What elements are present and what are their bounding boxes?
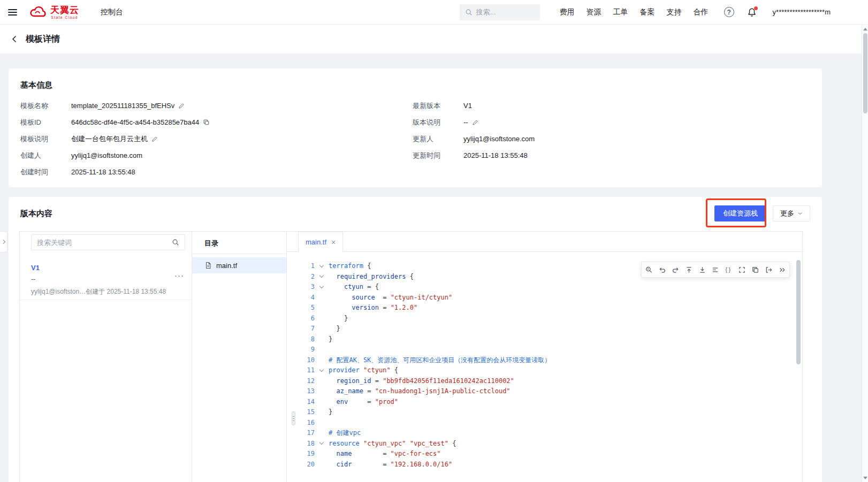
help-icon[interactable]: ? [724,7,734,17]
directory-file-list: main.tf [192,257,286,273]
brand-name: 天翼云 [50,5,79,14]
undo-icon[interactable] [657,264,668,276]
fold-icon[interactable] [315,272,329,282]
menu-icon[interactable] [0,0,25,25]
basic-info-card: 基本信息 模板名称template_202511181355_bfEHSv模板I… [9,68,822,187]
version-search[interactable] [31,234,185,250]
code-text: # 创建vpc [329,428,361,439]
redo-icon[interactable] [669,264,681,276]
top-navbar: 天翼云 State Cloud 控制台 费用资源工单备案支持合作 ? y****… [0,0,868,25]
nav-link[interactable]: 费用 [560,7,575,17]
fold-icon[interactable] [315,282,329,293]
fullscreen-icon[interactable] [736,264,748,276]
line-number: 2 [287,272,315,282]
brand-logo[interactable]: 天翼云 State Cloud [29,5,79,19]
notification-bell-icon[interactable] [747,7,757,17]
line-number: 10 [287,355,315,366]
global-search-input[interactable] [476,8,530,16]
info-row: 模板说明创建一台包年包月云主机 [20,131,210,147]
more-dropdown-button[interactable]: 更多 [773,205,810,221]
code-line: 4 source = "ctyun-it/ctyun" [287,293,802,303]
tab-label: main.tf [306,238,326,246]
basic-info-left-column: 模板名称template_202511181355_bfEHSv模板ID646d… [20,97,210,180]
nav-link[interactable]: 合作 [694,7,709,17]
code-editor-pane: main.tf× 1terraform {2 required_provider… [287,232,802,482]
braces-icon[interactable]: { } [723,264,735,276]
search-icon[interactable] [172,239,179,246]
directory-title: 目录 [192,232,286,254]
edit-icon[interactable] [472,119,478,126]
info-row: 创建人yylijq1@isoftstone.com [20,147,210,164]
fold-gutter [315,407,329,418]
code-line: 15} [287,407,802,418]
scrollbar-up-arrow[interactable] [862,26,868,32]
line-number: 11 [287,365,315,376]
more-icon[interactable] [776,264,788,276]
fold-gutter [315,303,329,313]
fold-gutter [315,376,329,387]
fold-icon[interactable] [315,439,329,449]
fold-gutter [315,334,329,345]
fold-icon[interactable] [315,261,329,272]
copy-icon[interactable] [203,119,210,126]
account-username[interactable]: y******************m [773,8,831,16]
format-icon[interactable] [710,264,721,276]
code-line: 16 [287,418,802,429]
collapse-panel-toggle[interactable] [0,231,7,253]
edit-icon[interactable] [178,103,185,109]
field-label: 创建时间 [20,167,71,177]
code-area[interactable]: 1terraform {2 required_providers {3 ctyu… [287,253,802,482]
line-number: 9 [287,345,315,355]
create-stack-button[interactable]: 创建资源栈 [714,205,766,221]
fold-icon[interactable] [315,365,329,376]
file-name: main.tf [216,262,237,270]
version-detail-panes: V1--yylijq1@isoftston…创建于 2025-11-18 13:… [19,231,803,482]
nav-link[interactable]: 支持 [667,7,682,17]
find-icon[interactable] [643,264,655,276]
code-text: resource "ctyun_vpc" "vpc_test" { [329,439,456,449]
version-more-actions-button[interactable]: ··· [174,271,184,279]
line-number: 19 [287,449,315,460]
close-icon[interactable]: × [331,238,336,247]
fold-gutter [315,386,329,397]
code-line: 9 [287,345,802,355]
scroll-top-icon[interactable] [683,264,695,276]
console-link[interactable]: 控制台 [101,7,123,17]
field-label: 创建人 [20,151,71,160]
editor-scrollbar-thumb[interactable] [796,260,801,364]
pane-resize-handle[interactable] [292,411,295,425]
code-line: 5 version = "1.2.0" [287,303,802,313]
page-scrollbar[interactable] [862,25,868,482]
brand-subtitle: State Cloud [51,16,78,19]
code-line: 7 } [287,324,802,334]
scrollbar-down-arrow[interactable] [862,475,868,481]
global-search[interactable] [460,4,540,20]
nav-link[interactable]: 备案 [640,7,655,17]
version-list-pane: V1--yylijq1@isoftston…创建于 2025-11-18 13:… [20,232,192,482]
nav-link[interactable]: 资源 [587,7,601,17]
page-header: 模板详情 [0,25,862,53]
copy-icon[interactable] [749,264,761,276]
edit-icon[interactable] [151,136,158,142]
directory-file-item[interactable]: main.tf [192,257,286,273]
export-icon[interactable] [763,264,774,276]
code-line: 19 name = "vpc-for-ecs" [287,449,802,460]
version-search-input[interactable] [37,239,160,247]
editor-toolbar: { } [641,262,790,278]
fold-gutter [315,313,329,324]
editor-tab[interactable]: main.tf× [298,232,343,252]
scroll-bottom-icon[interactable] [696,264,708,276]
back-button[interactable] [9,33,20,45]
version-name: V1 [31,264,181,272]
nav-link[interactable]: 工单 [613,7,628,17]
info-row: 版本说明-- [413,114,535,131]
code-line: 6 } [287,313,802,324]
version-list-item[interactable]: V1--yylijq1@isoftston…创建于 2025-11-18 13:… [20,257,192,300]
code-text: provider "ctyun" { [329,365,398,376]
fold-gutter [315,397,329,408]
line-number: 1 [287,261,315,272]
line-number: 5 [287,303,315,313]
line-number: 14 [287,397,315,408]
scrollbar-thumb[interactable] [863,33,867,113]
field-label: 模板名称 [20,101,71,111]
